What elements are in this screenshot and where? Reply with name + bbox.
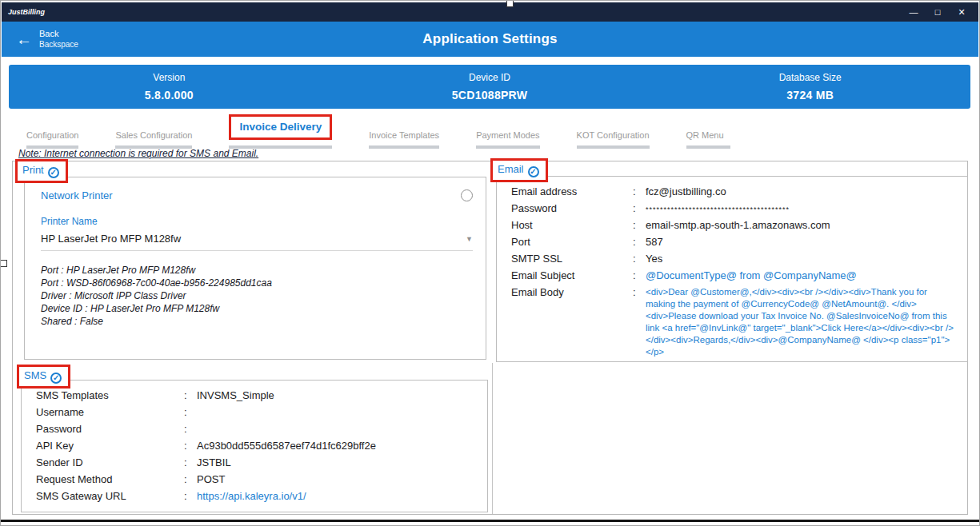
- field-label: Email Body: [511, 286, 633, 358]
- window-controls: — □ ✕: [902, 7, 974, 18]
- email-password-row: Password : *****************************…: [511, 202, 956, 214]
- colon: :: [184, 473, 197, 485]
- field-value: [197, 406, 476, 418]
- print-panel: Network Printer Printer Name HP LaserJet…: [24, 177, 486, 360]
- field-value: [197, 423, 476, 435]
- field-value: fcz@justbilling.co: [646, 185, 956, 197]
- field-value: INVSMS_Simple: [197, 389, 476, 401]
- version-label: Version: [9, 72, 330, 83]
- window-bottom-edge: [1, 520, 979, 522]
- device-id-label: Device ID: [330, 72, 650, 83]
- colon: :: [184, 440, 197, 452]
- tab-underline: [686, 145, 730, 149]
- email-address-row: Email address : fcz@justbilling.co: [511, 185, 956, 197]
- tab-label: KOT Configuration: [577, 130, 650, 140]
- colon: :: [633, 236, 646, 248]
- network-printer-row: Network Printer: [25, 177, 486, 201]
- tab-label: Invoice Templates: [369, 130, 439, 140]
- app-logo: JustBilling: [8, 8, 45, 16]
- email-port-row: Port : 587: [511, 236, 956, 248]
- field-label: Email Subject: [511, 269, 633, 281]
- colon: :: [633, 253, 646, 265]
- field-label: Password: [36, 423, 184, 435]
- printer-detail-line: Port : HP LaserJet Pro MFP M128fw: [41, 264, 473, 277]
- field-value: https://api.kaleyra.io/v1/: [197, 490, 476, 502]
- field-value: Yes: [646, 253, 956, 265]
- field-value: Ac93b0dd555d6587eef74d1fc629bff2e: [197, 440, 476, 452]
- field-label: Username: [36, 406, 184, 418]
- field-label: Host: [511, 219, 633, 231]
- network-printer-label: Network Printer: [41, 189, 113, 201]
- tab-kot-configuration[interactable]: KOT Configuration: [577, 130, 650, 149]
- colon: :: [633, 219, 646, 231]
- version-value: 5.8.0.000: [9, 89, 330, 102]
- colon: :: [633, 286, 646, 358]
- field-value: JSTBIL: [197, 456, 476, 468]
- annotation-box: Print✓: [15, 159, 68, 183]
- email-panel: Email address : fcz@justbilling.co Passw…: [496, 176, 968, 362]
- back-arrow-icon: ←: [16, 31, 32, 47]
- tab-label: Payment Modes: [476, 130, 539, 140]
- colon: :: [184, 389, 197, 401]
- field-value: @DocumentType@ from @CompanyName@: [646, 269, 956, 281]
- app-window: JustBilling — □ ✕ ← Back Backspace Appli…: [0, 0, 980, 526]
- field-value: ****************************************: [646, 202, 956, 214]
- colon: :: [633, 269, 646, 281]
- field-label: Request Method: [36, 473, 184, 485]
- header-bar: ← Back Backspace Application Settings: [2, 22, 978, 57]
- minimize-icon[interactable]: —: [902, 7, 926, 18]
- tab-label: Invoice Delivery: [239, 121, 322, 133]
- back-label-group: Back Backspace: [39, 29, 78, 49]
- chevron-down-icon: ▼: [466, 235, 473, 243]
- annotation-box: Email✓: [490, 158, 548, 182]
- title-bar: JustBilling — □ ✕: [2, 2, 978, 22]
- printer-detail-line: Device ID : HP LaserJet Pro MFP M128fw: [41, 302, 473, 315]
- tab-payment-modes[interactable]: Payment Modes: [476, 130, 539, 149]
- tab-qr-menu[interactable]: QR Menu: [686, 130, 730, 149]
- content-area: Print✓ Network Printer Printer Name HP L…: [12, 161, 968, 515]
- request-method-row: Request Method : POST: [36, 473, 476, 485]
- device-id-value: 5CD1088PRW: [330, 89, 650, 102]
- crop-handle: [506, 0, 514, 7]
- tab-configuration[interactable]: Configuration: [26, 130, 78, 149]
- field-label: SMS Gateway URL: [36, 490, 184, 502]
- check-circle-icon: ✓: [50, 373, 62, 384]
- field-label: Password: [511, 202, 633, 214]
- print-section-title: Print: [22, 164, 44, 176]
- column-divider: [492, 363, 493, 514]
- print-section-header: Print✓: [15, 159, 68, 183]
- back-button[interactable]: ← Back Backspace: [16, 29, 78, 49]
- printer-name-value: HP LaserJet Pro MFP M128fw: [41, 233, 181, 245]
- note-text: Note: Internet connection is required fo…: [18, 148, 258, 159]
- annotation-box: SMS✓: [17, 365, 70, 389]
- tab-label: Sales Configuration: [115, 130, 192, 140]
- tab-underline: [577, 145, 650, 149]
- field-value: POST: [197, 473, 476, 485]
- tab-invoice-templates[interactable]: Invoice Templates: [369, 130, 439, 149]
- close-icon[interactable]: ✕: [950, 7, 974, 18]
- smtp-ssl-row: SMTP SSL : Yes: [511, 253, 956, 265]
- database-size-info: Database Size 3724 MB: [650, 72, 970, 102]
- email-panel-body: Email address : fcz@justbilling.co Passw…: [497, 177, 967, 358]
- field-value: 587: [646, 236, 956, 248]
- tab-bar: Configuration Sales Configuration Invoic…: [26, 114, 730, 149]
- tab-invoice-delivery[interactable]: Invoice Delivery: [229, 114, 332, 149]
- check-circle-icon: ✓: [528, 166, 539, 177]
- printer-details: Port : HP LaserJet Pro MFP M128fw Port :…: [41, 264, 473, 328]
- field-label: SMTP SSL: [511, 253, 633, 265]
- network-printer-radio[interactable]: [461, 189, 473, 201]
- sms-panel: SMS Templates : INVSMS_Simple Username :…: [21, 380, 488, 512]
- tab-sales-configuration[interactable]: Sales Configuration: [115, 130, 192, 149]
- check-circle-icon: ✓: [48, 167, 59, 178]
- sms-password-row: Password :: [36, 423, 476, 435]
- field-label: SMS Templates: [36, 389, 184, 401]
- sms-templates-row: SMS Templates : INVSMS_Simple: [36, 389, 476, 401]
- email-section-header: Email✓: [490, 158, 548, 182]
- email-section-title: Email: [498, 163, 524, 175]
- maximize-icon[interactable]: □: [926, 7, 950, 18]
- tab-underline: [476, 145, 539, 149]
- field-value: email-smtp.ap-south-1.amazonaws.com: [646, 219, 956, 231]
- tab-underline: [369, 145, 439, 149]
- printer-name-dropdown[interactable]: HP LaserJet Pro MFP M128fw ▼: [41, 233, 473, 251]
- colon: :: [633, 185, 646, 197]
